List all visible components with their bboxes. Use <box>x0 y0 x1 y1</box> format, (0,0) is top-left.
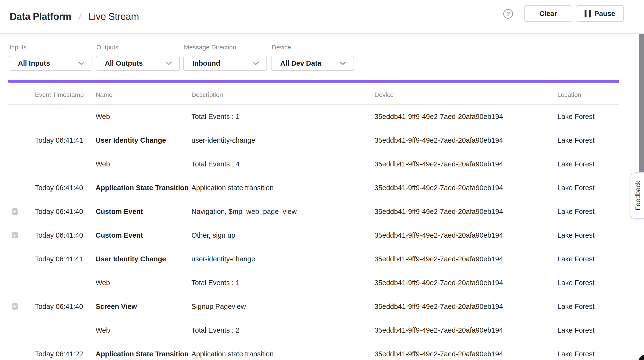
event-description-cell: Navigation, $mp_web_page_view <box>192 208 374 216</box>
chevron-down-icon <box>78 61 85 65</box>
inputs-dropdown-value: All Inputs <box>18 59 78 67</box>
event-device-cell: 35eddb41-9ff9-49e2-7aed-20afa90eb194 <box>374 208 557 216</box>
event-name-cell: Web <box>96 113 192 121</box>
event-name-cell: Application State Transition <box>96 184 192 192</box>
table-row[interactable]: + Web Total Events : 4 35eddb41-9ff9-49e… <box>8 152 619 176</box>
breadcrumb-data-platform[interactable]: Data Platform <box>10 11 71 22</box>
event-name-cell: User Identity Change <box>96 136 192 144</box>
event-location-cell: Lake Forest <box>557 326 619 334</box>
live-stream-progress-bar <box>8 80 619 83</box>
message-direction-dropdown[interactable]: Inbound <box>183 56 267 71</box>
expand-cell: + <box>8 113 35 120</box>
event-description-cell: Application state transition <box>192 184 374 192</box>
clear-button[interactable]: Clear <box>524 5 572 22</box>
page-header: Data Platform / Live Stream ? Clear Paus… <box>0 0 644 34</box>
feedback-tab-label: Feedback <box>634 181 642 210</box>
chat-widget-button[interactable] <box>636 352 644 360</box>
table-row[interactable]: + Web Total Events : 1 35eddb41-9ff9-49e… <box>8 105 619 128</box>
table-row[interactable]: + Web Total Events : 2 35eddb41-9ff9-49e… <box>8 318 619 342</box>
event-timestamp-cell: Today 06:41:40 <box>35 303 96 311</box>
expand-cell: + <box>8 327 35 333</box>
event-description-cell: Total Events : 4 <box>192 160 374 168</box>
expand-cell: + <box>8 280 35 286</box>
inputs-dropdown[interactable]: All Inputs <box>9 56 92 71</box>
expand-cell: + <box>8 184 35 191</box>
filter-device-label: Device <box>272 44 291 51</box>
event-device-cell: 35eddb41-9ff9-49e2-7aed-20afa90eb194 <box>374 184 557 192</box>
table-row[interactable]: + Today 06:41:41 User Identity Change us… <box>8 128 619 152</box>
table-row[interactable]: + Today 06:41:40 Application State Trans… <box>8 176 619 200</box>
filter-inputs-label: Inputs <box>10 44 27 51</box>
event-location-cell: Lake Forest <box>557 231 619 239</box>
table-row[interactable]: + Web Total Events : 1 35eddb41-9ff9-49e… <box>8 271 619 295</box>
device-dropdown[interactable]: All Dev Data <box>271 56 354 71</box>
page-title: Live Stream <box>88 11 139 22</box>
breadcrumb-separator: / <box>78 11 82 22</box>
event-location-cell: Lake Forest <box>557 160 619 168</box>
table-row[interactable]: + Today 06:41:40 Screen View Signup Page… <box>8 295 619 318</box>
event-location-cell: Lake Forest <box>557 184 619 192</box>
outputs-dropdown[interactable]: All Outputs <box>96 56 180 71</box>
outputs-dropdown-value: All Outputs <box>105 59 165 67</box>
expand-cell: + <box>8 208 35 215</box>
chevron-down-icon <box>340 61 346 65</box>
table-row[interactable]: + Today 06:41:40 Custom Event Navigation… <box>8 200 619 223</box>
expand-cell: + <box>8 351 35 357</box>
help-icon[interactable]: ? <box>503 9 513 19</box>
event-name-cell: Web <box>96 160 192 168</box>
expand-plus-icon[interactable]: + <box>12 232 18 238</box>
expand-cell: + <box>8 232 35 238</box>
event-description-cell: user-identity-change <box>192 255 374 263</box>
event-device-cell: 35eddb41-9ff9-49e2-7aed-20afa90eb194 <box>374 326 557 334</box>
event-name-cell: Screen View <box>96 303 192 311</box>
event-device-cell: 35eddb41-9ff9-49e2-7aed-20afa90eb194 <box>374 303 557 311</box>
event-location-cell: Lake Forest <box>557 136 619 144</box>
event-location-cell: Lake Forest <box>557 113 619 121</box>
event-device-cell: 35eddb41-9ff9-49e2-7aed-20afa90eb194 <box>374 350 557 358</box>
event-timestamp-cell: Today 06:41:40 <box>35 231 96 239</box>
table-body: + Web Total Events : 1 35eddb41-9ff9-49e… <box>8 105 619 360</box>
event-location-cell: Lake Forest <box>557 303 619 311</box>
pause-icon <box>584 10 590 17</box>
device-dropdown-value: All Dev Data <box>280 59 340 67</box>
table-row[interactable]: + Today 06:41:22 Application State Trans… <box>8 342 619 360</box>
table-row[interactable]: + Today 06:41:40 Custom Event Other, sig… <box>8 223 619 247</box>
pause-button-label: Pause <box>594 10 615 18</box>
event-name-cell: User Identity Change <box>96 255 192 263</box>
event-name-cell: Custom Event <box>96 208 192 216</box>
event-device-cell: 35eddb41-9ff9-49e2-7aed-20afa90eb194 <box>374 255 557 263</box>
event-description-cell: Total Events : 1 <box>192 279 374 287</box>
chevron-down-icon <box>252 61 259 65</box>
table-row[interactable]: + Today 06:41:41 User Identity Change us… <box>8 247 619 271</box>
event-name-cell: Web <box>96 326 192 334</box>
live-stream-page: Data Platform / Live Stream ? Clear Paus… <box>0 0 644 360</box>
event-location-cell: Lake Forest <box>557 350 619 358</box>
event-description-cell: user-identity-change <box>192 136 374 144</box>
scrollbar-thumb[interactable] <box>639 34 644 172</box>
event-location-cell: Lake Forest <box>557 279 619 287</box>
expand-plus-icon[interactable]: + <box>12 208 18 215</box>
feedback-tab[interactable]: Feedback <box>631 173 644 218</box>
event-name-cell: Custom Event <box>96 231 192 239</box>
event-timestamp-cell: Today 06:41:40 <box>35 184 96 192</box>
event-device-cell: 35eddb41-9ff9-49e2-7aed-20afa90eb194 <box>374 160 557 168</box>
expand-plus-icon[interactable]: + <box>12 303 18 310</box>
chevron-down-icon <box>165 61 172 65</box>
event-device-cell: 35eddb41-9ff9-49e2-7aed-20afa90eb194 <box>374 113 557 121</box>
column-header-description: Description <box>192 91 374 99</box>
filters-bar: Inputs All Inputs Outputs All Outputs Me… <box>0 34 644 80</box>
event-device-cell: 35eddb41-9ff9-49e2-7aed-20afa90eb194 <box>374 231 557 239</box>
event-description-cell: Application state transition <box>192 350 374 358</box>
message-direction-dropdown-value: Inbound <box>192 59 252 67</box>
event-timestamp-cell: Today 06:41:41 <box>35 136 96 144</box>
table-header: Event Timestamp Name Description Device … <box>8 85 619 105</box>
event-device-cell: 35eddb41-9ff9-49e2-7aed-20afa90eb194 <box>374 136 557 144</box>
breadcrumb: Data Platform / Live Stream <box>10 0 139 33</box>
pause-button[interactable]: Pause <box>576 5 624 22</box>
column-header-name: Name <box>96 91 192 99</box>
event-timestamp-cell: Today 06:41:41 <box>35 255 96 263</box>
event-description-cell: Signup Pageview <box>192 303 374 311</box>
expand-cell: + <box>8 256 35 262</box>
clear-button-label: Clear <box>540 10 557 18</box>
event-description-cell: Total Events : 1 <box>192 113 374 121</box>
